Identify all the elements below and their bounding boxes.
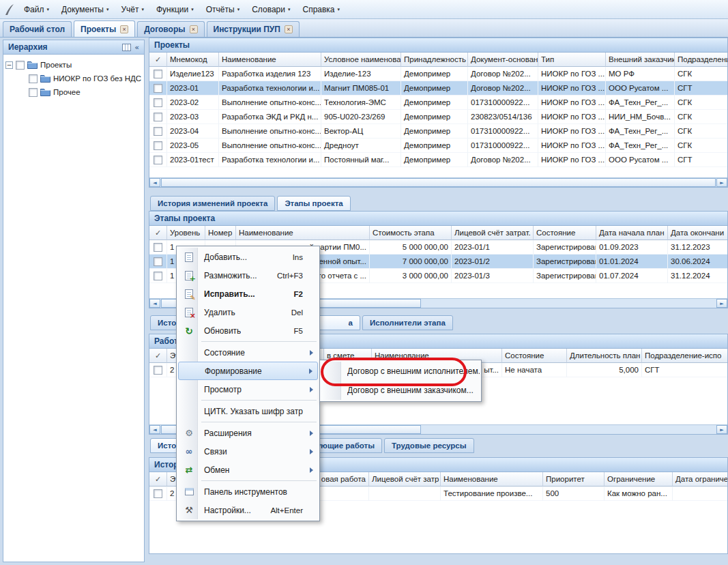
row-checkbox[interactable] — [154, 98, 162, 107]
tab-project-history[interactable]: История изменений проекта — [150, 196, 275, 211]
column-header[interactable]: Уровень — [167, 226, 205, 240]
menu-item-add[interactable]: Добавить... Ins — [178, 248, 318, 266]
close-tab-icon[interactable]: × — [190, 25, 198, 33]
menu-accounting[interactable]: Учёт▾ — [115, 2, 150, 17]
menu-item-refresh[interactable]: Обновить F5 — [178, 321, 318, 340]
tree-expander-icon[interactable]: − — [5, 61, 13, 69]
menu-item-toolbar[interactable]: Панель инструментов — [178, 482, 318, 501]
scrollbar-thumb[interactable] — [161, 178, 716, 187]
row-checkbox[interactable] — [154, 127, 162, 136]
menu-help[interactable]: Справка▾ — [296, 2, 346, 17]
tab-labor-resources[interactable]: Трудовые ресурсы — [384, 438, 474, 453]
close-tab-icon[interactable]: × — [285, 25, 293, 33]
tree-checkbox[interactable] — [29, 74, 38, 83]
table-row[interactable]: 2023-03Разработка ЭКД и РКД н...905-U020… — [149, 110, 727, 124]
column-header[interactable]: Мнемокод — [167, 53, 219, 67]
menu-item-edit[interactable]: Исправить... F2 — [178, 285, 318, 303]
menu-item-view[interactable]: Просмотр — [178, 380, 318, 399]
menu-dictionaries[interactable]: Словари▾ — [246, 2, 296, 17]
column-header[interactable]: Принадлежность — [401, 53, 468, 67]
table-row[interactable]: 2023-04Выполнение опытно-конс...Вектор-А… — [149, 124, 727, 139]
menu-item-citk[interactable]: ЦИТК. Указать шифр затрат... — [178, 402, 318, 420]
menu-item-extensions[interactable]: Расширения — [178, 424, 318, 442]
row-checkbox[interactable] — [154, 489, 162, 498]
menu-item-links[interactable]: Связи — [178, 442, 318, 461]
row-checkbox[interactable] — [154, 366, 162, 375]
tab-desktop[interactable]: Рабочий стол — [3, 21, 72, 37]
column-header[interactable]: Состояние — [534, 226, 596, 240]
column-header[interactable]: Документ-основан — [468, 53, 538, 67]
row-checkbox[interactable] — [154, 113, 162, 121]
submenu-item-external-executor-contract[interactable]: Договор с внешним исполнителем... — [321, 362, 480, 381]
menu-item-state[interactable]: Состояние — [178, 343, 318, 362]
tab-project-stages[interactable]: Этапы проекта — [277, 196, 350, 211]
tree-checkbox[interactable] — [29, 88, 38, 97]
column-header[interactable]: Наименование — [236, 226, 370, 240]
table-row[interactable]: Изделие123Разработка изделия 123Изделие-… — [149, 67, 727, 81]
column-header[interactable]: Лицевой счёт затр — [369, 472, 441, 487]
column-header[interactable]: Лицевой счёт затрат. — [452, 226, 534, 240]
column-header[interactable]: Дата начала план — [596, 226, 668, 240]
column-header[interactable]: Подразделение-испо — [642, 349, 727, 363]
menu-item-formation[interactable]: Формирование — [178, 362, 318, 380]
table-row[interactable]: 2023-02Выполнение опытно-конс...Технолог… — [149, 96, 727, 110]
menu-item-exchange[interactable]: Обмен — [178, 461, 318, 479]
table-row[interactable]: 2023-05Выполнение опытно-конс...Дредноут… — [149, 139, 727, 153]
row-checkbox[interactable] — [154, 257, 162, 266]
row-checkbox[interactable] — [154, 156, 162, 164]
menu-functions[interactable]: Функции▾ — [150, 2, 200, 17]
table-row[interactable]: 2023-01Разработка технологии и...Магнит … — [149, 81, 727, 96]
row-checkbox[interactable] — [154, 141, 162, 150]
close-tab-icon[interactable]: × — [120, 25, 128, 33]
scroll-right-button[interactable]: ► — [716, 178, 727, 187]
columns-view-icon[interactable] — [122, 44, 131, 51]
select-all-column-header[interactable]: ✓ — [149, 349, 167, 363]
row-checkbox[interactable] — [154, 70, 162, 78]
column-header[interactable]: Подразделение — [675, 53, 727, 67]
column-header[interactable]: Длительность план▼ — [567, 349, 642, 363]
select-all-column-header[interactable]: ✓ — [149, 53, 167, 67]
menu-item-delete[interactable]: Удалить Del — [178, 303, 318, 321]
collapse-sidebar-icon[interactable]: « — [134, 43, 139, 52]
column-header[interactable]: Дата окончани — [668, 226, 727, 240]
tab-projects[interactable]: Проекты× — [74, 20, 135, 37]
menu-item-duplicate[interactable]: Размножить... Ctrl+F3 — [178, 266, 318, 285]
tree-node-projects[interactable]: − Проекты — [5, 58, 142, 72]
menu-file[interactable]: Файл▾ — [18, 2, 55, 17]
horizontal-scrollbar[interactable]: ◄ ► — [149, 177, 727, 187]
row-checkbox[interactable] — [154, 84, 162, 93]
menu-documents[interactable]: Документы▾ — [55, 2, 115, 17]
column-header[interactable]: Состояние — [502, 349, 567, 363]
submenu-item-external-customer-contract[interactable]: Договор с внешним заказчиком... — [321, 381, 480, 400]
tab-stage-executors[interactable]: Исполнители этапа — [362, 315, 453, 330]
tab-contracts[interactable]: Договоры× — [137, 21, 204, 37]
column-header[interactable]: Внешний заказчик — [606, 53, 675, 67]
select-all-column-header[interactable]: ✓ — [149, 472, 167, 487]
scroll-left-button[interactable]: ◄ — [149, 299, 160, 308]
select-all-column-header[interactable]: ✓ — [149, 226, 167, 240]
column-header[interactable]: Ограничение — [605, 472, 673, 487]
tree-node-niokr[interactable]: НИОКР по ГОЗ без НДС — [5, 72, 142, 85]
column-header-label: Номер — [208, 229, 232, 237]
table-cell: Договор №202... — [468, 67, 538, 81]
tab-instructions[interactable]: Инструкции ПУП× — [207, 21, 300, 37]
tree-node-other[interactable]: Прочее — [5, 85, 142, 99]
column-header[interactable]: Номер — [205, 226, 236, 240]
scroll-left-button[interactable]: ◄ — [149, 178, 160, 187]
tree-checkbox[interactable] — [16, 61, 25, 70]
scroll-right-button[interactable]: ► — [716, 299, 727, 308]
column-header[interactable]: Приоритет — [543, 472, 605, 487]
table-row[interactable]: 2023-01тестРазработка технологии и...Пос… — [149, 153, 727, 167]
row-checkbox[interactable] — [154, 243, 162, 252]
column-header[interactable]: Тип — [538, 53, 606, 67]
menu-reports[interactable]: Отчёты▾ — [200, 2, 246, 17]
scroll-left-button[interactable]: ◄ — [149, 425, 160, 434]
column-header[interactable]: Условное наименова — [321, 53, 401, 67]
column-header[interactable]: Наименование — [441, 472, 543, 487]
menu-item-settings[interactable]: Настройки... Alt+Enter — [178, 501, 318, 519]
row-checkbox[interactable] — [154, 272, 162, 280]
column-header[interactable]: Дата ограничени — [673, 472, 727, 487]
column-header[interactable]: Наименование — [219, 53, 321, 67]
scroll-right-button[interactable]: ► — [716, 425, 727, 434]
column-header[interactable]: Стоимость этапа — [370, 226, 452, 240]
